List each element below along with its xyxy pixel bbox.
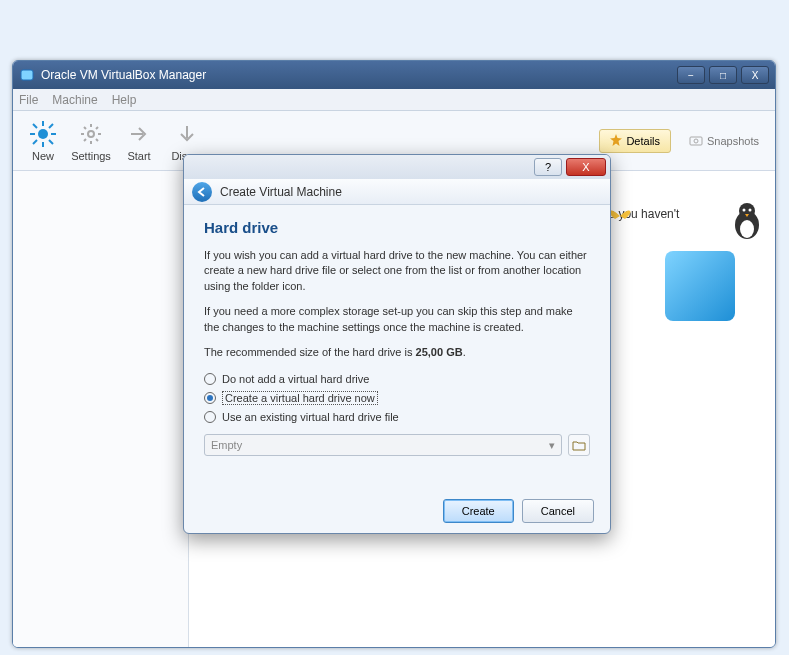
window-title: Oracle VM VirtualBox Manager	[41, 68, 206, 82]
menu-file[interactable]: File	[19, 93, 38, 107]
option-create-now[interactable]: Create a virtual hard drive now	[204, 388, 590, 408]
window-titlebar: Oracle VM VirtualBox Manager − □ X	[13, 61, 775, 89]
penguin-icon	[729, 201, 765, 244]
arrow-down-icon	[173, 120, 201, 148]
toolbar-new-button[interactable]: New	[19, 120, 67, 162]
option-create-now-label: Create a virtual hard drive now	[222, 391, 378, 405]
svg-point-13	[694, 139, 698, 143]
description-paragraph-1: If you wish you can add a virtual hard d…	[204, 248, 590, 294]
toolbar-start-label: Start	[127, 150, 150, 162]
create-vm-wizard-dialog: ? X Create Virtual Machine Hard drive If…	[183, 154, 611, 534]
svg-line-6	[33, 124, 37, 128]
menu-help[interactable]: Help	[112, 93, 137, 107]
gear-icon	[77, 120, 105, 148]
snapshots-label: Snapshots	[707, 135, 759, 147]
svg-line-9	[33, 140, 37, 144]
create-button[interactable]: Create	[443, 499, 514, 523]
details-button[interactable]: Details	[599, 129, 671, 153]
option-use-existing-label: Use an existing virtual hard drive file	[222, 411, 399, 423]
window-minimize-button[interactable]: −	[677, 66, 705, 84]
arrow-right-icon	[125, 120, 153, 148]
description-paragraph-2: If you need a more complex storage set-u…	[204, 304, 590, 335]
toolbar-start-button[interactable]: Start	[115, 120, 163, 162]
cancel-button[interactable]: Cancel	[522, 499, 594, 523]
dialog-body: Hard drive If you wish you can add a vir…	[184, 205, 610, 466]
app-icon	[19, 67, 35, 83]
welcome-graphic	[605, 201, 765, 361]
dialog-close-button[interactable]: X	[566, 158, 606, 176]
toolbar-new-label: New	[32, 150, 54, 162]
chevron-down-icon: ▾	[549, 439, 555, 452]
svg-point-18	[749, 209, 752, 212]
menu-machine[interactable]: Machine	[52, 93, 97, 107]
camera-icon	[689, 133, 703, 149]
dialog-footer: Create Cancel	[443, 499, 594, 523]
option-do-not-add-label: Do not add a virtual hard drive	[222, 373, 369, 385]
svg-line-8	[49, 124, 53, 128]
star-icon	[610, 134, 622, 148]
dialog-header: Create Virtual Machine	[184, 179, 610, 205]
svg-point-15	[740, 220, 754, 238]
radio-icon	[204, 373, 216, 385]
combo-value: Empty	[211, 439, 242, 451]
toolbar-settings-button[interactable]: Settings	[67, 120, 115, 162]
toolbar-settings-label: Settings	[71, 150, 111, 162]
dialog-help-button[interactable]: ?	[534, 158, 562, 176]
existing-drive-combo[interactable]: Empty ▾	[204, 434, 562, 456]
snapshots-button[interactable]: Snapshots	[679, 129, 769, 153]
dialog-title: Create Virtual Machine	[220, 185, 342, 199]
folder-icon	[572, 439, 586, 451]
svg-line-7	[49, 140, 53, 144]
radio-icon	[204, 392, 216, 404]
vm-list-sidebar	[13, 171, 189, 647]
window-maximize-button[interactable]: □	[709, 66, 737, 84]
hard-drive-options: Do not add a virtual hard drive Create a…	[204, 370, 590, 426]
browse-folder-button[interactable]	[568, 434, 590, 456]
radio-icon	[204, 411, 216, 423]
svg-rect-0	[21, 70, 33, 80]
window-close-button[interactable]: X	[741, 66, 769, 84]
svg-marker-11	[610, 134, 622, 146]
existing-drive-row: Empty ▾	[204, 434, 590, 456]
option-do-not-add[interactable]: Do not add a virtual hard drive	[204, 370, 590, 388]
section-title: Hard drive	[204, 219, 590, 236]
svg-point-10	[88, 131, 94, 137]
svg-point-17	[743, 209, 746, 212]
dialog-titlebar: ? X	[184, 155, 610, 179]
menubar: File Machine Help	[13, 89, 775, 111]
svg-rect-12	[690, 137, 702, 145]
virtualbox-cube-icon	[665, 251, 735, 321]
details-label: Details	[626, 135, 660, 147]
option-use-existing[interactable]: Use an existing virtual hard drive file	[204, 408, 590, 426]
back-button[interactable]	[192, 182, 212, 202]
sun-icon	[29, 120, 57, 148]
recommended-size-text: The recommended size of the hard drive i…	[204, 345, 590, 360]
svg-point-1	[38, 129, 48, 139]
